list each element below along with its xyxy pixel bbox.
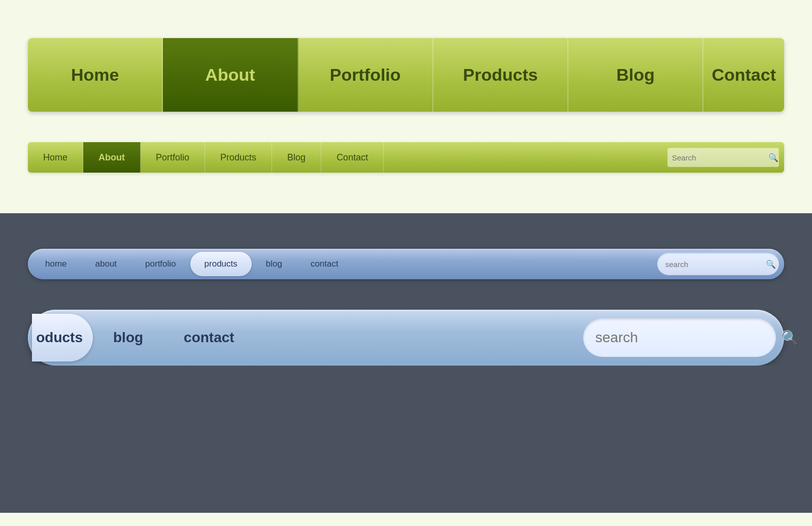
- nav1-item-about[interactable]: About: [163, 38, 298, 112]
- nav3-item-portfolio[interactable]: portfolio: [131, 252, 190, 276]
- nav3-wrapper: home about portfolio products blog conta…: [28, 244, 784, 279]
- nav1-label-portfolio: Portfolio: [330, 65, 401, 85]
- nav1-label-about: About: [205, 65, 255, 85]
- nav3-search-input[interactable]: [665, 260, 766, 269]
- nav4-item-blog[interactable]: blog: [93, 314, 163, 361]
- nav1-label-home: Home: [71, 65, 119, 85]
- nav1-item-products[interactable]: Products: [433, 38, 568, 112]
- nav4-label-products-partial: oducts: [36, 330, 83, 346]
- nav2-wrapper: Home About Portfolio Products Blog Conta…: [28, 112, 784, 213]
- nav4-search-box: 🔍: [583, 318, 776, 357]
- nav1-item-portfolio[interactable]: Portfolio: [298, 38, 433, 112]
- nav2-item-portfolio[interactable]: Portfolio: [141, 142, 205, 173]
- nav1-label-contact: Contact: [712, 65, 776, 85]
- nav3-item-contact[interactable]: contact: [296, 252, 353, 276]
- nav2-search-box: 🔍: [667, 148, 779, 167]
- nav4-label-blog: blog: [113, 330, 143, 346]
- nav2-search-button[interactable]: 🔍: [768, 153, 779, 162]
- nav3-item-about[interactable]: about: [81, 252, 131, 276]
- nav4-item-contact[interactable]: contact: [163, 314, 255, 361]
- nav2-item-home[interactable]: Home: [28, 142, 83, 173]
- nav3: home about portfolio products blog conta…: [28, 249, 784, 279]
- nav4-item-products-partial[interactable]: oducts: [32, 314, 93, 361]
- nav3-label-blog: blog: [266, 259, 282, 269]
- nav1-item-blog[interactable]: Blog: [568, 38, 703, 112]
- nav2-label-blog: Blog: [287, 152, 306, 163]
- nav4-search-input[interactable]: [595, 330, 777, 346]
- nav2-item-about[interactable]: About: [83, 142, 141, 173]
- nav2-label-home: Home: [43, 152, 67, 163]
- nav2-item-products[interactable]: Products: [205, 142, 272, 173]
- section-light: Home About Portfolio Products Blog Conta…: [0, 0, 812, 213]
- nav2-label-contact: Contact: [336, 152, 368, 163]
- nav3-item-products[interactable]: products: [190, 252, 252, 276]
- nav1-label-products: Products: [463, 65, 537, 85]
- nav3-label-products: products: [205, 259, 238, 269]
- nav3-label-home: home: [45, 259, 67, 269]
- nav1-label-blog: Blog: [616, 65, 655, 85]
- nav2-label-portfolio: Portfolio: [156, 152, 189, 163]
- nav3-search-box: 🔍: [657, 253, 779, 275]
- nav3-item-blog[interactable]: blog: [252, 252, 296, 276]
- nav2-item-blog[interactable]: Blog: [272, 142, 321, 173]
- nav2: Home About Portfolio Products Blog Conta…: [28, 142, 784, 173]
- nav2-label-about: About: [98, 152, 125, 163]
- nav1-item-home[interactable]: Home: [28, 38, 163, 112]
- nav3-item-home[interactable]: home: [31, 252, 81, 276]
- nav4-search-button[interactable]: 🔍: [777, 325, 803, 350]
- nav3-label-about: about: [95, 259, 117, 269]
- nav3-label-portfolio: portfolio: [145, 259, 176, 269]
- section-dark: home about portfolio products blog conta…: [0, 213, 812, 513]
- nav4-wrapper: oducts blog contact 🔍: [0, 310, 812, 366]
- nav3-search-button[interactable]: 🔍: [766, 259, 776, 269]
- nav2-label-products: Products: [220, 152, 256, 163]
- nav2-search-input[interactable]: [672, 153, 768, 162]
- nav4: oducts blog contact 🔍: [28, 310, 784, 366]
- nav1: Home About Portfolio Products Blog Conta…: [28, 38, 784, 112]
- nav1-wrapper: Home About Portfolio Products Blog Conta…: [28, 0, 784, 112]
- nav1-item-contact[interactable]: Contact: [703, 38, 784, 112]
- nav2-item-contact[interactable]: Contact: [321, 142, 384, 173]
- nav3-label-contact: contact: [311, 259, 339, 269]
- nav4-label-contact: contact: [184, 330, 234, 346]
